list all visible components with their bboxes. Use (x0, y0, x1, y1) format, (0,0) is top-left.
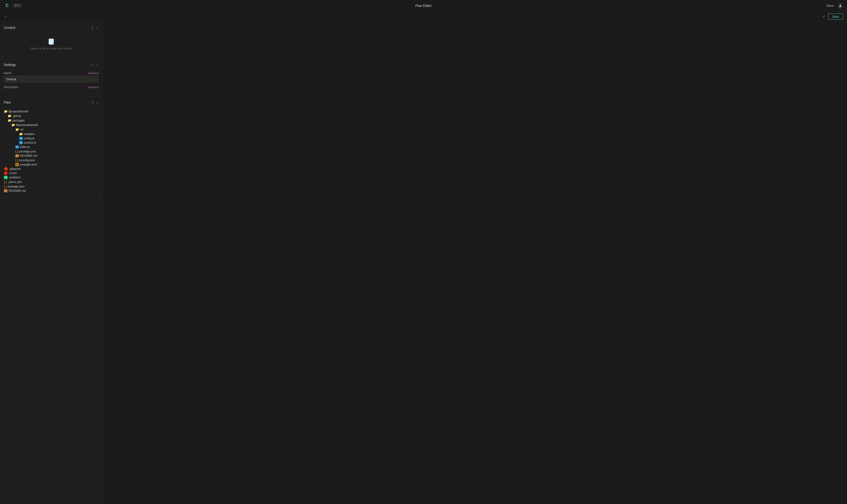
app-header: C BETA Plan Editor Docs (0, 0, 847, 12)
file-label: context.ts (24, 141, 36, 144)
json-file-icon: {.} (4, 185, 7, 188)
file-label: config.ts (24, 137, 35, 140)
save-button[interactable]: Save (828, 14, 843, 20)
name-field: Name Required (4, 71, 99, 83)
settings-section-header: Settings ⇅ ◇ (4, 63, 99, 67)
app-logo: C (4, 2, 11, 9)
prettier-file-icon: P (4, 176, 7, 179)
toml-file-icon: [T] (15, 163, 19, 166)
file-label: $projectName$ (8, 110, 28, 113)
folder-icon: 📁 (15, 128, 19, 131)
md-file-icon: M+ (15, 154, 19, 158)
list-item[interactable]: {.} package.json (4, 149, 99, 154)
name-label-row: Name Required (4, 71, 99, 75)
back-button[interactable]: ← (4, 15, 7, 19)
description-required: Required (88, 86, 99, 89)
list-item[interactable]: 📂 $backendName$ (4, 123, 99, 127)
list-item[interactable]: 📁 .github (4, 114, 99, 118)
list-item[interactable]: 📁 handlers (4, 132, 99, 136)
list-item[interactable]: M+ README.md (4, 188, 99, 193)
settings-actions: ⇅ ◇ (91, 63, 99, 67)
settings-form: Name Required Description Required (4, 70, 99, 94)
json-file-icon: {.} (15, 149, 18, 153)
list-item[interactable]: .gitignore (4, 167, 99, 171)
save-area: ✓ Save (823, 14, 843, 20)
context-action-add[interactable]: ◇ (96, 26, 99, 30)
description-field: Description Required (4, 86, 99, 89)
list-item[interactable]: N .nvmrc (4, 171, 99, 175)
ts-file-icon: TS (19, 141, 23, 144)
user-icon[interactable] (837, 3, 843, 8)
context-actions: ⇅ ◇ (91, 26, 99, 30)
files-actions: ⇅ ◇ (91, 101, 99, 104)
file-label: wrangler.toml (20, 163, 37, 166)
svg-point-0 (840, 4, 841, 6)
json-file-icon: {.} (4, 180, 7, 184)
check-icon: ✓ (823, 14, 826, 19)
list-item[interactable]: {.} .yarnrc.yml (4, 180, 99, 184)
header-title: Plan Editor (416, 4, 431, 7)
sub-header: ← ✓ Save (0, 12, 847, 22)
settings-action-expand[interactable]: ⇅ (91, 63, 94, 67)
context-action-expand[interactable]: ⇅ (91, 26, 94, 30)
list-item[interactable]: 📁 $projectName$ (4, 109, 99, 114)
files-section: Files ⇅ ◇ 📁 $projectName$ 📁 .github 📁 pa… (0, 97, 102, 198)
nvmrc-file-icon: N (4, 172, 7, 175)
list-item[interactable]: 📁 packages (4, 118, 99, 123)
docs-link[interactable]: Docs (827, 4, 834, 7)
list-item[interactable]: TS config.ts (4, 136, 99, 141)
files-action-add[interactable]: ◇ (96, 101, 99, 104)
file-label: packages (12, 119, 24, 122)
file-label: .github (12, 114, 21, 118)
editor-panel (103, 22, 847, 504)
ts-file-icon: TS (19, 137, 23, 140)
files-action-expand[interactable]: ⇅ (91, 101, 94, 104)
context-empty-icon: 🗒️ (48, 38, 55, 45)
file-label: .yarnrc.yml (7, 180, 22, 184)
description-label-row: Description Required (4, 86, 99, 89)
file-label: .nvmrc (8, 172, 17, 175)
list-item[interactable]: TS context.ts (4, 141, 99, 145)
file-label: README.md (20, 154, 37, 158)
file-label: handlers (24, 132, 35, 136)
list-item[interactable]: {.} tsconfig.json (4, 158, 99, 162)
beta-badge: BETA (12, 4, 22, 7)
name-required: Required (88, 72, 99, 75)
main-layout: Context ⇅ ◇ 🗒️ Select a file to view the… (0, 22, 847, 504)
git-file-icon (4, 166, 8, 171)
list-item[interactable]: [T] wrangler.toml (4, 162, 99, 167)
settings-action-add[interactable]: ◇ (96, 63, 99, 67)
context-empty-state: 🗒️ Select a file to view the context (4, 32, 99, 56)
folder-icon: 📁 (7, 119, 12, 122)
file-label: $backendName$ (16, 123, 38, 127)
file-label: README.md (8, 189, 25, 193)
folder-open-icon: 📂 (12, 123, 15, 127)
folder-icon: 📁 (19, 132, 23, 136)
ts-file-icon: TS (15, 145, 19, 149)
file-label: package.json (7, 185, 24, 188)
header-left: C BETA (4, 2, 22, 9)
settings-title: Settings (4, 63, 16, 67)
context-empty-text: Select a file to view the context (30, 47, 72, 50)
list-item[interactable]: {.} package.json (4, 184, 99, 188)
header-right: Docs (827, 3, 843, 8)
file-label: .gitignore (9, 167, 21, 170)
list-item[interactable]: 📁 src (4, 127, 99, 132)
left-panel: Context ⇅ ◇ 🗒️ Select a file to view the… (0, 22, 103, 504)
file-label: package.json (19, 150, 36, 153)
file-label: index.ts (20, 145, 30, 149)
context-section-header: Context ⇅ ◇ (4, 26, 99, 30)
name-input[interactable] (4, 76, 99, 83)
file-label: .prettierrc (8, 176, 21, 179)
description-label: Description (4, 86, 18, 89)
settings-section: Settings ⇅ ◇ Name Required Description (0, 59, 102, 97)
folder-icon: 📁 (4, 110, 7, 113)
context-section: Context ⇅ ◇ 🗒️ Select a file to view the… (0, 22, 102, 59)
list-item[interactable]: P .prettierrc (4, 175, 99, 180)
folder-icon: 📁 (7, 114, 12, 118)
list-item[interactable]: TS index.ts (4, 145, 99, 149)
list-item[interactable]: M+ README.md (4, 154, 99, 158)
files-section-header: Files ⇅ ◇ (4, 101, 99, 104)
json-file-icon: {.} (15, 158, 18, 162)
name-label: Name (4, 71, 12, 75)
